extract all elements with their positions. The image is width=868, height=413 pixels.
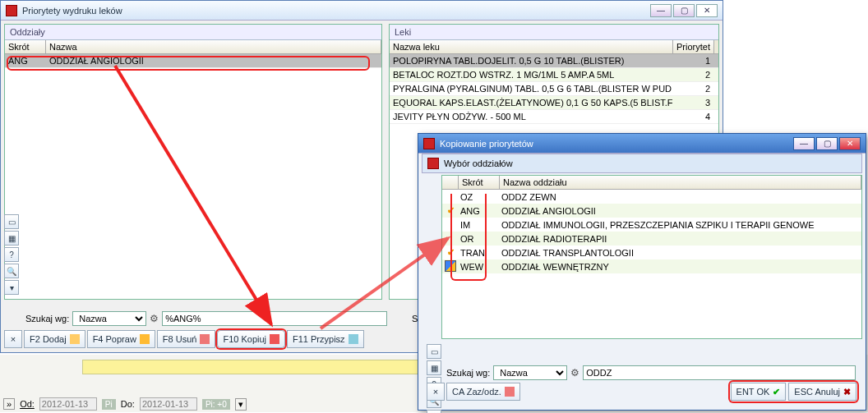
search-field-select[interactable]: Nazwa: [72, 311, 146, 326]
dialog-row[interactable]: ✔TRANODDZIAŁ TRANSPLANTOLOGII: [442, 246, 861, 259]
close-button[interactable]: ✕: [696, 4, 718, 17]
assign-icon: [349, 334, 358, 344]
leki-row[interactable]: EQUORAL KAPS.ELAST.(ŻELATYNOWE) 0,1 G 50…: [390, 96, 718, 110]
dialog-maximize-button[interactable]: ▢: [816, 137, 838, 150]
check-icon: ✔: [773, 387, 780, 397]
date-range-bar: » Od: Pi Do: Pi: +0 ▾: [3, 397, 247, 411]
dialog-row[interactable]: ✔ANGODDZIAŁ ANGIOLOGII: [442, 204, 861, 218]
do-label: Do:: [121, 399, 135, 409]
dialog-minimize-button[interactable]: —: [793, 137, 815, 150]
dialog-row[interactable]: OZODDZ ZEWN: [442, 190, 861, 204]
tool-screen-icon[interactable]: ▭: [427, 344, 441, 359]
check-icon: ✔: [447, 247, 455, 257]
col-marker: [442, 176, 459, 189]
dialog-kopiowanie: Kopiowanie priorytetów — ▢ ✕ Wybór oddzi…: [418, 133, 866, 411]
maximize-button[interactable]: ▢: [673, 4, 695, 17]
panel-leki-title: Leki: [390, 25, 718, 40]
dialog-title: Kopiowanie priorytetów: [440, 139, 793, 149]
window-buttons: — ▢ ✕: [650, 4, 718, 17]
edit-icon: [140, 334, 150, 344]
col-nazwa-oddzialu[interactable]: Nazwa oddziału: [500, 176, 861, 189]
oddzialy-row[interactable]: ANG ODDZIAŁ ANGIOLOGII: [5, 54, 381, 68]
check-icon: ✔: [447, 205, 455, 215]
tool-help-icon[interactable]: ?: [4, 247, 19, 262]
expand-icon[interactable]: »: [3, 398, 15, 410]
titlebar: Priorytety wydruku leków — ▢ ✕: [1, 1, 723, 21]
search-label: Szukaj wg:: [25, 314, 69, 324]
col-priorytet[interactable]: Priorytet: [673, 40, 714, 53]
search-row: Szukaj wg: Nazwa ⚙: [25, 310, 387, 328]
col-nazwa[interactable]: Nazwa: [46, 40, 381, 53]
dialog-row[interactable]: ORODDZIAŁ RADIOTERAPII: [442, 232, 861, 246]
leki-row[interactable]: POLOPIRYNA TABL.DOJELIT. 0,5 G 10 TABL.(…: [390, 54, 718, 68]
dialog-search-field-select[interactable]: Nazwa: [493, 365, 567, 380]
przypisz-button[interactable]: F11 Przypisz: [287, 330, 364, 348]
window-title: Priorytety wydruku leków: [22, 6, 650, 16]
dialog-search-label: Szukaj wg:: [446, 368, 490, 378]
dialog-grid[interactable]: Skrót Nazwa oddziału OZODDZ ZEWN ✔ANGODD…: [441, 175, 862, 339]
tool-calc-icon[interactable]: ▦: [427, 360, 441, 375]
dialog-close-button[interactable]: ✕: [839, 137, 861, 150]
tool-calc-icon[interactable]: ▦: [4, 231, 19, 246]
col-skrot[interactable]: Skrót: [5, 40, 46, 53]
close-x-button[interactable]: ×: [4, 330, 22, 348]
leki-row[interactable]: JEVITY PŁYN ODŻYW. - 500 ML4: [390, 110, 718, 124]
app-icon: [6, 5, 17, 16]
side-toolbar: ▭ ▦ ? 🔍 ▾: [4, 214, 21, 295]
panel-oddzialy-title: Oddziały: [5, 25, 381, 40]
minimize-button[interactable]: —: [650, 4, 672, 17]
ks-icon: [427, 158, 439, 169]
dialog-search-row: Szukaj wg: Nazwa ⚙: [446, 364, 856, 382]
cross-icon: ✖: [843, 387, 851, 397]
dialog-button-bar: × CA Zaz/odz. ENT OK✔ ESC Anuluj✖: [427, 382, 857, 402]
tool-zoom-icon[interactable]: 🔍: [4, 264, 19, 278]
cancel-button[interactable]: ESC Anuluj✖: [788, 383, 856, 401]
dialog-row[interactable]: IMODDZIAŁ IMMUNOLOGII, PRZESZCZEPIANIA S…: [442, 218, 861, 232]
od-date-input[interactable]: [39, 397, 97, 411]
do-date-input[interactable]: [140, 397, 197, 411]
od-chip: Pi: [102, 399, 116, 410]
od-label: Od:: [20, 399, 35, 409]
kopiuj-button[interactable]: F10 Kopiuj: [217, 330, 285, 348]
usun-button[interactable]: F8 Usuń: [157, 330, 216, 348]
search-input[interactable]: [162, 311, 387, 326]
panel-oddzialy: Oddziały Skrót Nazwa ANG ODDZIAŁ ANGIOLO…: [4, 24, 382, 300]
dialog-row[interactable]: WEWODDZIAŁ WEWNĘTRZNY: [442, 259, 861, 273]
dialog-app-icon: [423, 138, 435, 149]
dialog-subtitle: Wybór oddziałów: [444, 158, 513, 168]
gear-icon[interactable]: ⚙: [570, 367, 579, 379]
leki-row[interactable]: PYRALGINA (PYRALGINUM) TABL. 0,5 G 6 TAB…: [390, 82, 718, 96]
delete-icon: [200, 334, 210, 344]
plus-icon: [70, 334, 80, 344]
ok-button[interactable]: ENT OK✔: [731, 383, 787, 401]
dialog-search-input[interactable]: [583, 365, 856, 380]
col-skrot[interactable]: Skrót: [459, 176, 500, 189]
dialog-subtitle-bar: Wybór oddziałów: [422, 154, 862, 173]
dialog-titlebar: Kopiowanie priorytetów — ▢ ✕: [418, 134, 866, 154]
pencil-icon: [445, 260, 456, 272]
dialog-close-x-button[interactable]: ×: [427, 383, 445, 401]
gear-icon[interactable]: ⚙: [150, 313, 159, 324]
tool-screen-icon[interactable]: ▭: [4, 214, 19, 229]
dialog-side-toolbar: ▭ ▦ ? 🔍 ▾: [427, 344, 443, 413]
dropdown-icon[interactable]: ▾: [235, 398, 247, 411]
oddzialy-grid[interactable]: Skrót Nazwa ANG ODDZIAŁ ANGIOLOGII: [5, 40, 381, 299]
do-chip: Pi: +0: [202, 399, 230, 410]
popraw-button[interactable]: F4 Popraw: [87, 330, 155, 348]
dodaj-button[interactable]: F2 Dodaj: [24, 330, 85, 348]
tool-down-icon[interactable]: ▾: [427, 410, 441, 413]
zaz-odz-button[interactable]: CA Zaz/odz.: [446, 383, 520, 401]
col-nazwa-leku[interactable]: Nazwa leku: [390, 40, 673, 53]
leki-row[interactable]: BETALOC ROZT.DO WSTRZ. 1 MG/1ML 5 AMP.A …: [390, 68, 718, 82]
tool-down-icon[interactable]: ▾: [4, 280, 19, 295]
copy-icon: [270, 334, 279, 344]
toggle-icon: [505, 387, 515, 397]
